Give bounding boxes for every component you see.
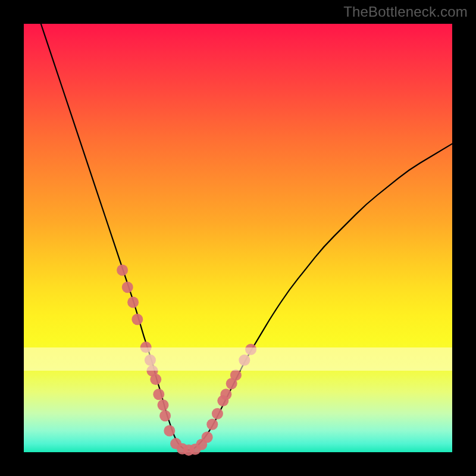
curve-marker [158,399,169,411]
curve-marker [206,419,218,430]
curve-marker [145,355,156,366]
curve-marker [230,369,242,381]
curve-marker [122,281,133,293]
curve-marker [140,342,152,353]
curve-marker [220,389,231,400]
curve-marker [212,408,223,419]
curve-marker [117,265,128,276]
chart-frame: TheBottleneck.com [0,0,476,476]
curve-marker [153,389,164,400]
curve-svg [24,24,452,452]
bottleneck-curve [41,24,452,450]
curve-marker [127,297,139,308]
curve-marker [159,410,171,421]
watermark-text: TheBottleneck.com [343,4,468,20]
plot-area [24,24,452,452]
curve-marker [131,314,143,325]
curve-markers [117,265,256,456]
curve-marker [150,374,161,385]
curve-marker [239,355,250,366]
curve-marker [202,431,213,443]
curve-marker [245,344,256,355]
curve-marker [164,425,175,437]
